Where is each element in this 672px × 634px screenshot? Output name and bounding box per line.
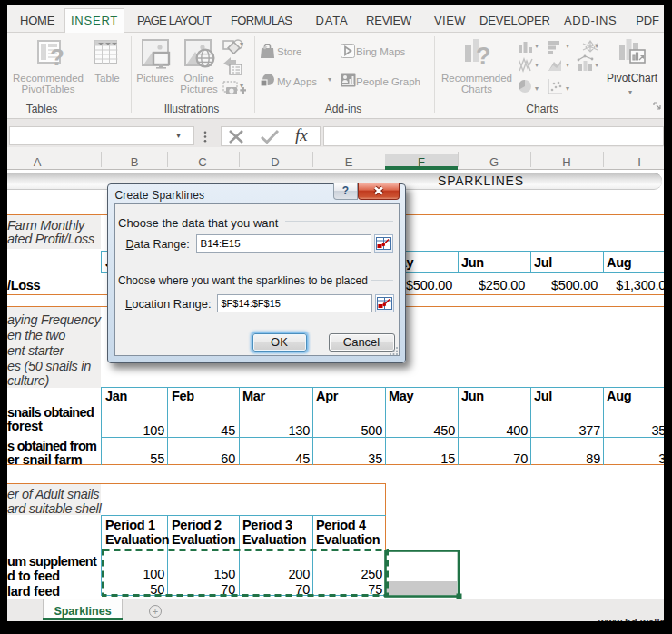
svg-text:?: ? — [50, 44, 64, 68]
svg-text:?: ? — [476, 43, 491, 65]
